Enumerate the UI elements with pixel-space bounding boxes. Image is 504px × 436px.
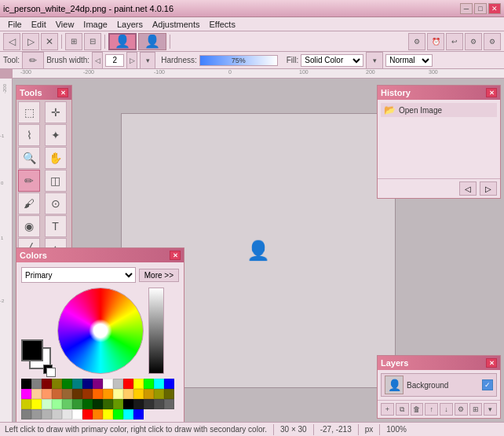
grid-button1[interactable]: ⊞: [65, 33, 82, 50]
palette-color-swatch[interactable]: [21, 379, 31, 389]
palette-color-swatch[interactable]: [164, 389, 174, 399]
something-button[interactable]: ✕: [41, 33, 58, 50]
tools-panel-close[interactable]: ✕: [57, 88, 68, 97]
palette-color-swatch[interactable]: [103, 379, 113, 389]
person-icon2[interactable]: 👤: [138, 33, 166, 50]
menu-layers[interactable]: Layers: [112, 19, 148, 30]
tool-rectangle-select[interactable]: ⬚: [18, 101, 40, 123]
nav-button5[interactable]: ⚙: [484, 33, 501, 50]
palette-color-swatch[interactable]: [123, 389, 133, 399]
palette-color-swatch[interactable]: [103, 389, 113, 399]
palette-color-swatch[interactable]: [52, 409, 62, 420]
hardness-bar[interactable]: 75%: [199, 55, 278, 66]
palette-color-swatch[interactable]: [93, 399, 103, 409]
palette-color-swatch[interactable]: [31, 399, 42, 409]
palette-color-swatch[interactable]: [113, 409, 123, 420]
layers-panel-close[interactable]: ✕: [486, 358, 497, 368]
palette-color-swatch[interactable]: [52, 379, 62, 389]
palette-color-swatch[interactable]: [62, 379, 72, 389]
palette-color-swatch[interactable]: [42, 389, 52, 399]
fill-options-btn[interactable]: ▾: [366, 52, 383, 69]
layer-duplicate-button[interactable]: ⧉: [396, 403, 409, 416]
palette-color-swatch[interactable]: [123, 379, 133, 389]
blend-select[interactable]: Normal: [385, 54, 433, 67]
undo-button[interactable]: ◁: [3, 33, 20, 50]
primary-color-swatch[interactable]: [21, 339, 43, 361]
palette-color-swatch[interactable]: [82, 409, 93, 420]
palette-color-swatch[interactable]: [21, 389, 31, 399]
palette-color-swatch[interactable]: [154, 389, 164, 399]
palette-color-swatch[interactable]: [21, 409, 31, 420]
close-button[interactable]: ✕: [488, 3, 501, 14]
nav-button3[interactable]: ↩: [446, 33, 463, 50]
palette-color-swatch[interactable]: [62, 409, 72, 420]
tool-lasso[interactable]: ⌇: [18, 124, 40, 146]
history-redo-button[interactable]: ▷: [480, 181, 497, 196]
palette-color-swatch[interactable]: [82, 389, 93, 399]
fill-select[interactable]: Solid Color: [301, 54, 363, 67]
palette-color-swatch[interactable]: [31, 379, 42, 389]
layer-flatten-button[interactable]: ▾: [484, 403, 497, 416]
menu-edit[interactable]: Edit: [27, 19, 51, 30]
menu-adjustments[interactable]: Adjustments: [148, 19, 205, 30]
palette-color-swatch[interactable]: [72, 409, 82, 420]
person-icon-active[interactable]: 👤: [108, 33, 137, 50]
tool-recolor[interactable]: ◉: [18, 215, 40, 237]
palette-color-swatch[interactable]: [82, 379, 93, 389]
tool-pan[interactable]: ✋: [45, 147, 67, 169]
palette-color-swatch[interactable]: [103, 409, 113, 420]
colors-mode-select[interactable]: Primary: [21, 267, 136, 283]
brush-width-input[interactable]: 2: [105, 54, 124, 67]
tool-pencil[interactable]: ✏: [18, 170, 40, 192]
nav-button2[interactable]: ⏰: [427, 33, 444, 50]
layer-visibility-check[interactable]: ✓: [482, 379, 493, 390]
palette-color-swatch[interactable]: [62, 389, 72, 399]
palette-color-swatch[interactable]: [31, 409, 42, 420]
history-undo-button[interactable]: ◁: [459, 181, 477, 196]
maximize-button[interactable]: □: [474, 3, 487, 14]
palette-color-swatch[interactable]: [21, 399, 31, 409]
menu-effects[interactable]: Effects: [205, 19, 240, 30]
palette-color-swatch[interactable]: [133, 399, 144, 409]
grid-button2[interactable]: ⊟: [84, 33, 101, 50]
history-panel-close[interactable]: ✕: [486, 88, 497, 97]
palette-color-swatch[interactable]: [113, 399, 123, 409]
palette-color-swatch[interactable]: [31, 389, 42, 399]
layer-delete-button[interactable]: 🗑: [411, 403, 424, 416]
history-item[interactable]: 📂 Open Image: [381, 103, 497, 117]
palette-color-swatch[interactable]: [103, 399, 113, 409]
palette-color-swatch[interactable]: [154, 379, 164, 389]
tool-zoom[interactable]: 🔍: [18, 147, 40, 169]
tool-brush[interactable]: 🖌: [18, 192, 40, 214]
redo-button[interactable]: ▷: [22, 33, 39, 50]
palette-color-swatch[interactable]: [62, 399, 72, 409]
colors-more-button[interactable]: More >>: [139, 269, 179, 282]
palette-color-swatch[interactable]: [52, 399, 62, 409]
color-wheel[interactable]: [57, 288, 144, 374]
tool-magic-wand[interactable]: ✦: [45, 124, 67, 146]
palette-color-swatch[interactable]: [93, 409, 103, 420]
palette-color-swatch[interactable]: [133, 379, 144, 389]
palette-color-swatch[interactable]: [123, 399, 133, 409]
palette-color-swatch[interactable]: [164, 399, 174, 409]
colors-panel-close[interactable]: ✕: [170, 251, 181, 260]
brush-width-increase[interactable]: ▷: [126, 52, 137, 69]
palette-color-swatch[interactable]: [144, 399, 154, 409]
palette-color-swatch[interactable]: [144, 379, 154, 389]
layer-add-button[interactable]: +: [381, 403, 394, 416]
palette-color-swatch[interactable]: [154, 399, 164, 409]
palette-color-swatch[interactable]: [52, 389, 62, 399]
palette-color-swatch[interactable]: [93, 379, 103, 389]
palette-color-swatch[interactable]: [42, 379, 52, 389]
nav-button4[interactable]: ⚙: [465, 33, 482, 50]
brush-shape-select[interactable]: ▾: [140, 52, 155, 69]
palette-color-swatch[interactable]: [42, 409, 52, 420]
layer-props-button[interactable]: ⚙: [455, 403, 468, 416]
palette-color-swatch[interactable]: [113, 379, 123, 389]
layer-merge-button[interactable]: ⊞: [469, 403, 483, 416]
palette-color-swatch[interactable]: [72, 379, 82, 389]
palette-color-swatch[interactable]: [164, 379, 174, 389]
palette-color-swatch[interactable]: [113, 389, 123, 399]
layer-up-button[interactable]: ↑: [425, 403, 438, 416]
palette-color-swatch[interactable]: [72, 399, 82, 409]
